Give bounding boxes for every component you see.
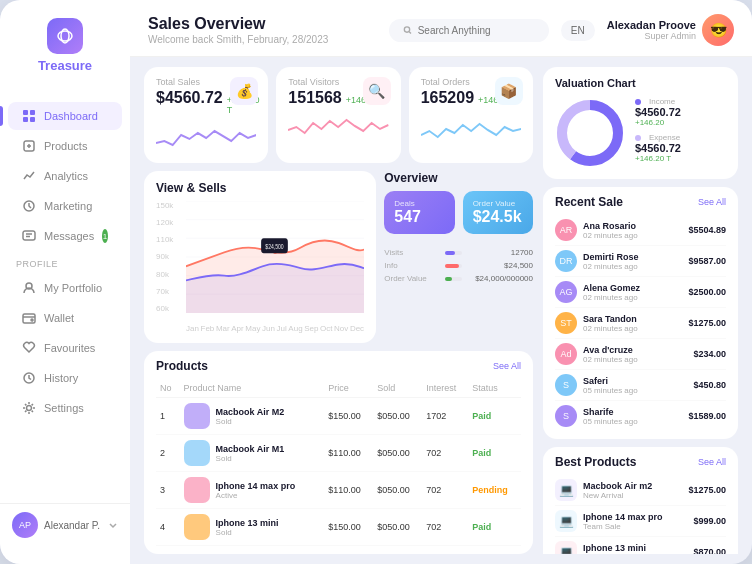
header: Sales Overview Welcome back Smith, Febru… bbox=[130, 0, 752, 57]
best-product-item: 💻 Iphone 13 mini Team Sale $870.00 bbox=[555, 537, 726, 554]
sidebar-label-history: History bbox=[44, 372, 78, 384]
view-sells-chart: 150k 120k 110k 90k 80k 70k 60k bbox=[156, 201, 364, 333]
recent-sale-list: AR Ana Rosario 02 minutes ago $5504.89 D… bbox=[555, 215, 726, 431]
sale-avatar: Ad bbox=[555, 343, 577, 365]
lang-selector[interactable]: EN bbox=[561, 20, 595, 41]
table-row: 3 Iphone 14 max pro Active $110.00 $050.… bbox=[156, 472, 521, 509]
sales-icon: 💰 bbox=[230, 77, 258, 105]
sidebar-item-analytics[interactable]: Analytics bbox=[8, 162, 122, 190]
sale-info: Sharife 05 minutes ago bbox=[583, 407, 682, 426]
sale-item: Ad Ava d'cruze 02 minutes ago $234.00 bbox=[555, 339, 726, 370]
best-products-see-all[interactable]: See All bbox=[698, 457, 726, 467]
table-row: 2 Macbook Air M1 Sold $110.00 $050.00 70… bbox=[156, 435, 521, 472]
search-input[interactable] bbox=[418, 25, 535, 36]
sidebar-item-messages[interactable]: Messages 1 bbox=[8, 222, 122, 250]
deals-card: Deals 547 bbox=[384, 191, 454, 234]
sidebar-label-dashboard: Dashboard bbox=[44, 110, 98, 122]
visitors-value: 151568 bbox=[288, 89, 341, 107]
orderval-bar-wrap bbox=[445, 277, 462, 281]
product-info: Macbook Air m2 New Arrival bbox=[583, 481, 682, 500]
sidebar-item-dashboard[interactable]: Dashboard bbox=[8, 102, 122, 130]
products-table: No Product Name Price Sold Interest Stat… bbox=[156, 379, 521, 546]
orders-icon: 📦 bbox=[495, 77, 523, 105]
expense-label: Expense bbox=[649, 133, 680, 142]
sale-info: Saferi 05 minutes ago bbox=[583, 376, 687, 395]
products-section: Products See All No Product Name Price S… bbox=[144, 351, 533, 554]
sale-info: Demirti Rose 02 minutes ago bbox=[583, 252, 682, 271]
sidebar-user-bottom: AP Alexandar P. bbox=[0, 503, 130, 546]
recent-sale-see-all[interactable]: See All bbox=[698, 197, 726, 207]
visitors-sparkline bbox=[288, 115, 388, 145]
orderval-label: Order Value bbox=[384, 274, 439, 283]
info-bar-wrap bbox=[445, 264, 462, 268]
visitors-icon: 🔍 bbox=[363, 77, 391, 105]
sidebar-label-analytics: Analytics bbox=[44, 170, 88, 182]
overview-title: Overview bbox=[384, 171, 533, 185]
sidebar-label-messages: Messages bbox=[44, 230, 94, 242]
sidebar-item-marketing[interactable]: Marketing bbox=[8, 192, 122, 220]
sidebar-item-settings[interactable]: Settings bbox=[8, 394, 122, 422]
expense-legend: Expense $4560.72 +146.20 T bbox=[635, 133, 726, 163]
main-content: Sales Overview Welcome back Smith, Febru… bbox=[130, 0, 752, 564]
recent-sale-header: Recent Sale See All bbox=[555, 195, 726, 209]
order-value-card: Order Value $24.5k bbox=[463, 191, 533, 234]
stat-row-orderval: Order Value $24,000/000000 bbox=[384, 274, 533, 283]
visits-bar bbox=[445, 251, 455, 255]
chevron-down-icon bbox=[108, 520, 118, 530]
user-info: Alexadan Proove Super Admin 😎 bbox=[607, 14, 734, 46]
sidebar-item-portfolio[interactable]: My Portfolio bbox=[8, 274, 122, 302]
col-no: No bbox=[156, 379, 180, 398]
search-icon bbox=[403, 25, 412, 35]
svg-rect-2 bbox=[23, 110, 28, 115]
view-sells-title: View & Sells bbox=[156, 181, 226, 195]
svg-text:$24,500: $24,500 bbox=[265, 242, 284, 250]
sidebar-username: Alexandar P. bbox=[44, 520, 102, 531]
sale-info: Ava d'cruze 02 minutes ago bbox=[583, 345, 687, 364]
products-see-all[interactable]: See All bbox=[493, 361, 521, 371]
content-area: 💰 Total Sales $4560.72 +146.20 T bbox=[130, 57, 752, 564]
stat-card-orders: 📦 Total Orders 165209 +146.20 T bbox=[409, 67, 533, 163]
svg-point-14 bbox=[404, 27, 409, 32]
income-change: +146.20 bbox=[635, 118, 726, 127]
sale-item: S Saferi 05 minutes ago $450.80 bbox=[555, 370, 726, 401]
recent-sale-card: Recent Sale See All AR Ana Rosario 02 mi… bbox=[543, 187, 738, 439]
best-products-list: 💻 Macbook Air m2 New Arrival $1275.00 💻 … bbox=[555, 475, 726, 554]
right-panel: Valuation Chart bbox=[543, 67, 738, 554]
svg-rect-3 bbox=[30, 110, 35, 115]
income-dot bbox=[635, 99, 641, 105]
table-row: 4 Iphone 13 mini Sold $150.00 $050.00 70… bbox=[156, 509, 521, 546]
sidebar-item-products[interactable]: Products bbox=[8, 132, 122, 160]
expense-dot bbox=[635, 135, 641, 141]
svg-rect-8 bbox=[23, 231, 35, 240]
stat-cards: 💰 Total Sales $4560.72 +146.20 T bbox=[144, 67, 533, 163]
user-avatar: 😎 bbox=[702, 14, 734, 46]
profile-section-label: Profile bbox=[0, 251, 130, 273]
sidebar-label-marketing: Marketing bbox=[44, 200, 92, 212]
chart-x-labels: Jan Feb Mar Apr May Jun Jul Aug Sep Oct bbox=[186, 324, 364, 333]
visits-val: 12700 bbox=[468, 248, 533, 257]
best-products-card: Best Products See All 💻 Macbook Air m2 N… bbox=[543, 447, 738, 554]
best-product-item: 💻 Iphone 14 max pro Team Sale $999.00 bbox=[555, 506, 726, 537]
sidebar-label-products: Products bbox=[44, 140, 87, 152]
header-titles: Sales Overview Welcome back Smith, Febru… bbox=[148, 15, 377, 45]
sidebar-item-wallet[interactable]: Wallet bbox=[8, 304, 122, 332]
col-status: Status bbox=[468, 379, 521, 398]
sale-avatar: AR bbox=[555, 219, 577, 241]
valuation-title: Valuation Chart bbox=[555, 77, 726, 89]
valuation-card: Valuation Chart bbox=[543, 67, 738, 179]
sales-value: $4560.72 bbox=[156, 89, 223, 107]
col-price: Price bbox=[324, 379, 373, 398]
income-legend: Income $4560.72 +146.20 bbox=[635, 97, 726, 127]
products-header: Products See All bbox=[156, 359, 521, 373]
sidebar-item-history[interactable]: History bbox=[8, 364, 122, 392]
logo-area: Treasure bbox=[0, 18, 130, 89]
overview-panel: Overview Deals 547 Order Value $24.5k bbox=[384, 171, 533, 343]
donut-chart bbox=[555, 98, 625, 168]
sale-avatar: S bbox=[555, 374, 577, 396]
income-label: Income bbox=[649, 97, 675, 106]
sidebar-item-favourites[interactable]: Favourites bbox=[8, 334, 122, 362]
search-bar[interactable] bbox=[389, 19, 549, 42]
stat-card-visitors: 🔍 Total Visitors 151568 +146.20 T bbox=[276, 67, 400, 163]
view-sells-section: View & Sells 150k 120k 110k 90k 80k 70k … bbox=[144, 171, 376, 343]
svg-point-11 bbox=[31, 319, 33, 321]
